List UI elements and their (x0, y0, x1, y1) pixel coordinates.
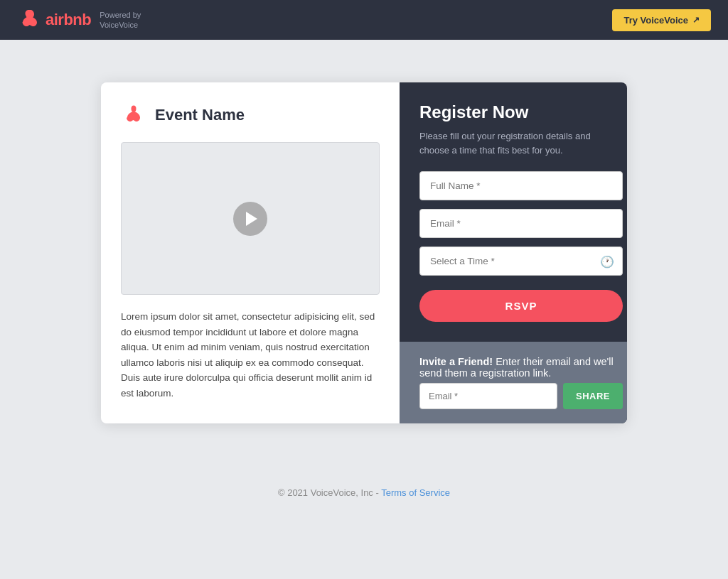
registration-panel: Register Now Please fill out your regist… (400, 82, 627, 423)
svg-point-1 (132, 106, 136, 112)
main-content: Event Name Lorem ipsum dolor sit amet, c… (0, 40, 728, 466)
invite-heading: Invite a Friend! Enter their email and w… (419, 356, 623, 379)
register-title: Register Now (419, 102, 623, 122)
svg-point-0 (26, 11, 31, 17)
register-subtitle: Please fill out your registration detail… (419, 129, 623, 157)
external-link-icon: ↗ (692, 15, 700, 25)
event-header: Event Name (121, 102, 380, 128)
try-voicevoice-button[interactable]: Try VoiceVoice ↗ (612, 9, 711, 31)
share-button[interactable]: SHARE (563, 383, 623, 409)
register-form-section: Register Now Please fill out your regist… (400, 82, 627, 342)
event-description: Lorem ipsum dolor sit amet, consectetur … (121, 309, 380, 401)
invite-section: Invite a Friend! Enter their email and w… (400, 342, 627, 423)
video-player[interactable] (121, 142, 380, 295)
time-select-wrapper: 🕐 (419, 247, 623, 276)
select-time-input[interactable] (419, 247, 623, 276)
airbnb-logo: airbnb (17, 9, 91, 31)
play-icon (246, 212, 257, 226)
full-name-input[interactable] (419, 171, 623, 200)
invite-form-row: SHARE (419, 383, 623, 409)
brand-name: airbnb (46, 11, 91, 29)
invite-email-input[interactable] (419, 383, 557, 409)
copyright-text: © 2021 VoiceVoice, Inc - (278, 487, 379, 498)
rsvp-button[interactable]: RSVP (419, 290, 623, 322)
site-footer: © 2021 VoiceVoice, Inc - Terms of Servic… (0, 466, 728, 519)
event-card: Event Name Lorem ipsum dolor sit amet, c… (101, 82, 627, 423)
terms-of-service-link[interactable]: Terms of Service (381, 487, 450, 498)
event-airbnb-icon (121, 102, 146, 128)
powered-by-text: Powered by VoiceVoice (100, 10, 141, 31)
event-details-panel: Event Name Lorem ipsum dolor sit amet, c… (101, 82, 400, 423)
email-input[interactable] (419, 209, 623, 238)
play-button[interactable] (233, 202, 267, 236)
airbnb-logo-icon (17, 9, 40, 31)
event-title: Event Name (155, 106, 245, 124)
site-header: airbnb Powered by VoiceVoice Try VoiceVo… (0, 0, 728, 40)
header-left: airbnb Powered by VoiceVoice (17, 9, 141, 31)
